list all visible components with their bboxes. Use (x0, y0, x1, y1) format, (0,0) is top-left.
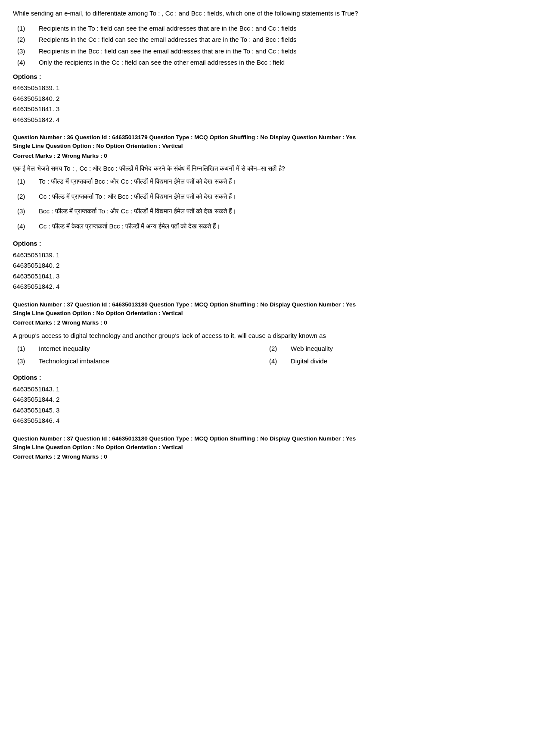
q35-option-3-text: Recipients in the Bcc : field can see th… (39, 47, 521, 56)
q36-options-label: Options : (13, 239, 521, 249)
q35-answer-options: Options : 64635051839. 1 64635051840. 2 … (13, 72, 521, 125)
q37b-meta-block: Question Number : 37 Question Id : 64635… (13, 434, 521, 462)
q37-options-grid: (1) Internet inequality (2) Web inequali… (17, 344, 521, 369)
q37-meta-line1: Question Number : 37 Question Id : 64635… (13, 300, 521, 318)
q37-option-3-num: (3) (17, 356, 39, 366)
q36-option-3-num: (3) (17, 206, 39, 220)
q36-option-1-text: To : फील्ड में प्राप्तकर्ता Bcc : और Cc … (39, 177, 521, 187)
q36-option-4: (4) Cc : फील्ड में केवल प्राप्तकर्ता Bcc… (17, 222, 521, 235)
q35-option-2: (2) Recipients in the Cc : field can see… (17, 35, 521, 45)
q37-block: Question Number : 37 Question Id : 64635… (13, 300, 521, 426)
q37-option-2-num: (2) (269, 344, 291, 354)
q35-option-4-text: Only the recipients in the Cc : field ca… (39, 58, 521, 68)
q37-option-2-text: Web inequality (291, 344, 333, 354)
q35-option-3: (3) Recipients in the Bcc : field can se… (17, 47, 521, 56)
q35-option-3-num: (3) (17, 47, 39, 56)
q37-answer-1[interactable]: 64635051843. 1 (13, 384, 521, 394)
q36-answer-2[interactable]: 64635051840. 2 (13, 261, 521, 271)
q35-answer-2[interactable]: 64635051840. 2 (13, 94, 521, 104)
q35-option-1-text: Recipients in the To : field can see the… (39, 24, 521, 34)
q35-answer-3[interactable]: 64635051841. 3 (13, 104, 521, 114)
q37b-meta-line1: Question Number : 37 Question Id : 64635… (13, 434, 521, 452)
q35-option-2-text: Recipients in the Cc : field can see the… (39, 35, 521, 45)
q37-option-2-row: (2) Web inequality (269, 344, 521, 354)
q36-correct-marks: Correct Marks : 2 Wrong Marks : 0 (13, 152, 521, 160)
q37-option-4-text: Digital divide (291, 356, 327, 366)
q36-option-3: (3) Bcc : फील्ड में प्राप्तकर्ता To : और… (17, 206, 521, 220)
q36-options-list: (1) To : फील्ड में प्राप्तकर्ता Bcc : और… (17, 177, 521, 234)
q37-answer-4[interactable]: 64635051846. 4 (13, 416, 521, 426)
q37-option-3-text: Technological imbalance (39, 356, 109, 366)
q35-option-4: (4) Only the recipients in the Cc : fiel… (17, 58, 521, 68)
q35-option-4-num: (4) (17, 58, 39, 68)
q35-answer-4[interactable]: 64635051842. 4 (13, 115, 521, 125)
q36-option-4-text: Cc : फील्ड में केवल प्राप्तकर्ता Bcc : फ… (39, 222, 521, 231)
q35-option-1: (1) Recipients in the To : field can see… (17, 24, 521, 34)
q37-answer-3[interactable]: 64635051845. 3 (13, 406, 521, 415)
q37-correct-marks: Correct Marks : 2 Wrong Marks : 0 (13, 319, 521, 327)
q37-option-1-text: Internet inequality (39, 344, 90, 354)
q35-option-2-num: (2) (17, 35, 39, 45)
q36-answer-4[interactable]: 64635051842. 4 (13, 282, 521, 292)
q36-answer-3[interactable]: 64635051841. 3 (13, 272, 521, 281)
q37-option-4-row: (4) Digital divide (269, 356, 521, 366)
q36-option-2-text: Cc : फील्ड में प्राप्तकर्ता To : और Bcc … (39, 192, 521, 202)
q35-intro: While sending an e-mail, to differentiat… (13, 9, 521, 19)
q36-option-1-num: (1) (17, 177, 39, 190)
q37-answer-2[interactable]: 64635051844. 2 (13, 395, 521, 405)
q36-hindi-intro: एक ई मेल भेजते समय To : , Cc : और Bcc : … (13, 164, 521, 174)
q36-meta-line1: Question Number : 36 Question Id : 64635… (13, 133, 521, 151)
q36-option-2: (2) Cc : फील्ड में प्राप्तकर्ता To : और … (17, 192, 521, 205)
question-35-english: While sending an e-mail, to differentiat… (13, 9, 521, 125)
q36-option-4-num: (4) (17, 222, 39, 235)
q37-option-4-num: (4) (269, 356, 291, 366)
q35-option-1-num: (1) (17, 24, 39, 34)
q36-answer-1[interactable]: 64635051839. 1 (13, 250, 521, 260)
q37-answer-options: Options : 64635051843. 1 64635051844. 2 … (13, 373, 521, 426)
q35-answer-1[interactable]: 64635051839. 1 (13, 83, 521, 93)
q35-options-label: Options : (13, 72, 521, 82)
q36-option-2-num: (2) (17, 192, 39, 205)
q36-meta-block: Question Number : 36 Question Id : 64635… (13, 133, 521, 292)
q37-option-3-row: (3) Technological imbalance (17, 356, 269, 366)
q36-option-3-text: Bcc : फील्ड में प्राप्तकर्ता To : और Cc … (39, 206, 521, 216)
q37-option-1-row: (1) Internet inequality (17, 344, 269, 354)
q36-option-1: (1) To : फील्ड में प्राप्तकर्ता Bcc : और… (17, 177, 521, 190)
q36-answer-options: Options : 64635051839. 1 64635051840. 2 … (13, 239, 521, 292)
q35-options-list: (1) Recipients in the To : field can see… (17, 24, 521, 68)
q37-intro: A group's access to digital technology a… (13, 331, 521, 341)
q37-options-label: Options : (13, 373, 521, 383)
q37b-correct-marks: Correct Marks : 2 Wrong Marks : 0 (13, 453, 521, 461)
q37-option-1-num: (1) (17, 344, 39, 354)
